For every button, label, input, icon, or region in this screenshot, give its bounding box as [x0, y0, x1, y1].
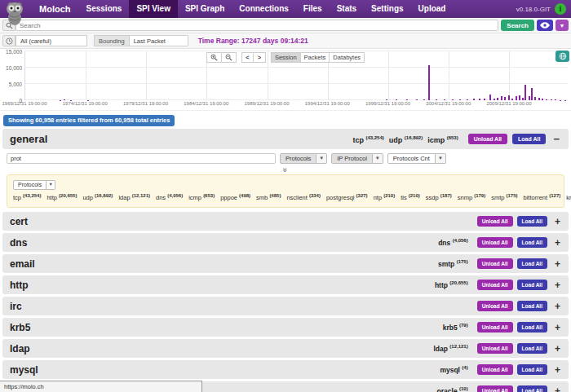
pan-right-button[interactable]: >	[254, 52, 266, 63]
general-load-all-button[interactable]: Load All	[512, 134, 546, 144]
nav-item-spi-graph[interactable]: SPI Graph	[178, 0, 232, 18]
chart-bar	[555, 99, 556, 100]
eye-button[interactable]	[537, 20, 553, 31]
load-all-button-dns[interactable]: Load All	[517, 237, 547, 248]
chart-mode-packets[interactable]: Packets	[301, 52, 330, 63]
unload-all-button-oracle[interactable]: Unload All	[477, 385, 513, 392]
load-all-button-email[interactable]: Load All	[517, 258, 547, 269]
caret-down-icon[interactable]: ▼	[373, 153, 383, 164]
search-options-caret-button[interactable]: ▼	[556, 20, 569, 31]
expand-toggle-ldap[interactable]: +	[555, 343, 560, 355]
expand-toggle-dns[interactable]: +	[555, 237, 560, 249]
nav-item-sessions[interactable]: Sessions	[79, 0, 130, 18]
section-email: emailsmtp (175)Unload AllLoad All+	[2, 254, 569, 273]
protocol-value-krb5[interactable]: krb5 (79)	[566, 194, 571, 201]
protocol-value-ssdp[interactable]: ssdp (187)	[426, 194, 452, 201]
nav-item-stats[interactable]: Stats	[330, 0, 364, 18]
summary-icmp: icmp (653)	[427, 136, 458, 144]
info-icon[interactable]: i	[555, 3, 566, 15]
section-controls-krb5: krb5 (79)Unload AllLoad All+	[443, 322, 569, 333]
chart-bar	[501, 96, 502, 100]
x-axis-tick-label: 2009/12/31 19:00:00	[486, 101, 531, 106]
section-badge-oracle: oracle (10)	[437, 386, 468, 392]
load-all-button-http[interactable]: Load All	[517, 280, 547, 290]
zoom-out-button[interactable]	[222, 52, 237, 63]
field-button-protocols-cnt[interactable]: Protocols Cnt	[387, 153, 436, 164]
protocol-value-pppoe[interactable]: pppoe (498)	[220, 194, 250, 201]
search-button[interactable]: Search	[501, 20, 534, 31]
unload-all-button-ldap[interactable]: Unload All	[477, 343, 513, 354]
general-unload-all-button[interactable]: Unload All	[468, 134, 507, 144]
expand-toggle-oracle[interactable]: +	[555, 385, 560, 392]
time-range-select[interactable]: All (careful)	[15, 35, 87, 46]
general-title: general	[2, 133, 47, 145]
general-collapse-toggle[interactable]: −	[553, 133, 560, 145]
expand-toggle-krb5[interactable]: +	[555, 322, 560, 333]
protocol-value-tcp[interactable]: tcp (43,254)	[13, 194, 41, 201]
protocol-value-bittorrent[interactable]: bittorrent (127)	[524, 194, 561, 201]
load-all-button-ldap[interactable]: Load All	[517, 343, 547, 354]
unload-all-button-mysql[interactable]: Unload All	[477, 364, 513, 375]
protocol-value-ldap[interactable]: ldap (12,121)	[118, 194, 150, 201]
protocol-value-tls[interactable]: tls (210)	[401, 194, 420, 201]
chart-mode-session[interactable]: Session	[271, 52, 301, 63]
field-group-protocols-cnt: Protocols Cnt▼	[387, 153, 446, 164]
zoom-in-button[interactable]	[206, 52, 222, 63]
protocol-value-icmp[interactable]: icmp (653)	[188, 194, 215, 201]
field-button-protocols[interactable]: Protocols	[280, 153, 316, 164]
nav-item-files[interactable]: Files	[296, 0, 330, 18]
expand-toggle-mysql[interactable]: +	[555, 364, 560, 376]
time-range-text: Time Range: 17247 days 09:14:21	[198, 37, 308, 45]
chevron-double-down-icon[interactable]: »	[283, 167, 289, 172]
chart-bar	[494, 99, 495, 100]
pan-left-button[interactable]: <	[241, 52, 254, 63]
section-title-irc: irc	[2, 301, 22, 312]
unload-all-button-krb5[interactable]: Unload All	[477, 322, 513, 333]
load-all-button-mysql[interactable]: Load All	[517, 364, 547, 375]
protocols-field-label[interactable]: Protocols	[13, 180, 46, 190]
caret-down-icon: ▼	[46, 180, 55, 190]
expand-toggle-email[interactable]: +	[555, 258, 560, 270]
section-controls-cert: Unload AllLoad All+	[477, 216, 569, 227]
unload-all-button-dns[interactable]: Unload All	[477, 237, 513, 248]
search-input[interactable]	[15, 20, 498, 31]
load-all-button-krb5[interactable]: Load All	[517, 322, 547, 333]
chart-mode-databytes[interactable]: Databytes	[330, 52, 365, 63]
protocol-value-http[interactable]: http (20,655)	[46, 194, 77, 201]
chart-bar	[525, 85, 526, 100]
protocol-value-snmp[interactable]: snmp (179)	[458, 194, 485, 201]
caret-down-icon[interactable]: ▼	[436, 153, 446, 164]
unload-all-button-irc[interactable]: Unload All	[477, 301, 513, 311]
section-badge-dns: dns (4,056)	[438, 238, 468, 247]
field-button-ip-protocol[interactable]: IP Protocol	[331, 153, 373, 164]
bounding-select[interactable]: Last Packet	[130, 35, 188, 46]
load-all-button-oracle[interactable]: Load All	[517, 385, 547, 392]
nav-item-upload[interactable]: Upload	[411, 0, 454, 18]
nav-item-spi-view[interactable]: SPI View	[129, 0, 178, 18]
protocol-value-udp[interactable]: udp (16,892)	[82, 194, 113, 201]
load-all-button-irc[interactable]: Load All	[517, 301, 547, 311]
nav-item-settings[interactable]: Settings	[364, 0, 410, 18]
expand-toggle-http[interactable]: +	[555, 280, 560, 291]
section-controls-dns: dns (4,056)Unload AllLoad All+	[438, 237, 569, 249]
protocols-field-dropdown[interactable]: Protocols ▼	[13, 180, 55, 190]
expand-toggle-cert[interactable]: +	[555, 216, 560, 227]
nav-item-connections[interactable]: Connections	[232, 0, 296, 18]
expand-toggle-irc[interactable]: +	[555, 301, 560, 312]
caret-down-icon[interactable]: ▼	[316, 153, 327, 164]
unload-all-button-email[interactable]: Unload All	[477, 258, 513, 269]
map-toggle-button[interactable]	[556, 51, 569, 62]
chart-bar	[64, 99, 65, 100]
protocol-value-postgresql[interactable]: postgresql (327)	[326, 194, 368, 201]
protocol-value-ntp[interactable]: ntp (210)	[374, 194, 396, 201]
protocol-value-smtp[interactable]: smtp (175)	[491, 194, 517, 201]
results-banner: Showing 60,958 entries filtered from 60,…	[3, 115, 175, 126]
protocol-value-dns[interactable]: dns (4,056)	[156, 194, 183, 201]
field-filter-input[interactable]	[7, 153, 276, 164]
protocol-value-smb[interactable]: smb (485)	[256, 194, 281, 201]
load-all-button-cert[interactable]: Load All	[517, 216, 547, 227]
brand-moloch[interactable]: Moloch	[31, 4, 79, 14]
unload-all-button-cert[interactable]: Unload All	[477, 216, 513, 227]
unload-all-button-http[interactable]: Unload All	[477, 280, 513, 290]
protocol-value-nsclient[interactable]: nsclient (334)	[286, 194, 321, 201]
